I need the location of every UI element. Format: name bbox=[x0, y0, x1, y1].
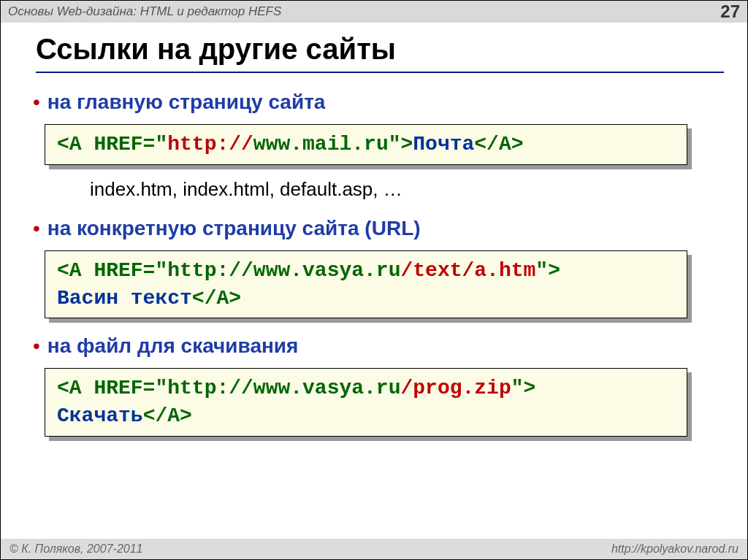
code-3-seg-0: <A HREF="http://www.vasya.ru bbox=[57, 377, 400, 399]
code-3: <A HREF="http://www.vasya.ru/prog.zip">С… bbox=[45, 368, 687, 437]
code-3-seg-3: Скачать bbox=[57, 404, 143, 427]
course-title: Основы Web-дизайна: HTML и редактор HEFS bbox=[8, 4, 281, 19]
footer: © К. Поляков, 2007-2011 http://kpolyakov… bbox=[1, 539, 747, 559]
code-2-seg-0: <A HREF="http://www.vasya.ru bbox=[57, 259, 400, 282]
code-1-seg-2: www.mail.ru"> bbox=[253, 133, 413, 156]
bullet-3-text: на файл для скачивания bbox=[47, 334, 299, 358]
note-1: index.htm, index.html, default.asp, … bbox=[90, 178, 715, 201]
footer-right: http://kpolyakov.narod.ru bbox=[611, 542, 739, 556]
code-2-seg-2: "> bbox=[535, 259, 560, 282]
bullet-dot-icon: • bbox=[33, 336, 40, 356]
code-2-seg-1: /text/a.htm bbox=[400, 259, 535, 282]
bullet-dot-icon: • bbox=[33, 92, 40, 112]
title-underline bbox=[36, 72, 724, 73]
content: • на главную страницу сайта <A HREF="htt… bbox=[1, 77, 747, 539]
bullet-1-text: на главную страницу сайта bbox=[47, 91, 326, 114]
code-1-seg-3: Почта bbox=[413, 133, 474, 156]
slide: Основы Web-дизайна: HTML и редактор HEFS… bbox=[0, 0, 748, 560]
code-1-seg-0: <A HREF=" bbox=[57, 133, 167, 156]
code-3-seg-4: </A> bbox=[143, 404, 192, 427]
code-1-seg-1: http:// bbox=[167, 133, 253, 156]
code-2-seg-3: Васин текст bbox=[57, 287, 192, 310]
topbar: Основы Web-дизайна: HTML и редактор HEFS… bbox=[1, 1, 747, 23]
bullet-2: • на конкретную страницу сайта (URL) bbox=[33, 217, 715, 240]
code-block-3: <A HREF="http://www.vasya.ru/prog.zip">С… bbox=[45, 368, 687, 437]
bullet-1: • на главную страницу сайта bbox=[33, 91, 715, 114]
title-block: Ссылки на другие сайты bbox=[1, 23, 747, 77]
code-1: <A HREF="http://www.mail.ru">Почта</A> bbox=[45, 124, 687, 165]
bullet-2-text: на конкретную страницу сайта (URL) bbox=[47, 217, 421, 240]
code-1-seg-4: </A> bbox=[474, 133, 523, 156]
page-number: 27 bbox=[720, 1, 740, 22]
bullet-dot-icon: • bbox=[33, 218, 40, 239]
code-3-seg-1: /prog.zip bbox=[400, 377, 511, 399]
slide-title: Ссылки на другие сайты bbox=[36, 33, 724, 66]
code-2-seg-4: </A> bbox=[192, 287, 241, 310]
code-3-seg-2: "> bbox=[511, 377, 536, 399]
code-block-1: <A HREF="http://www.mail.ru">Почта</A> bbox=[45, 124, 687, 165]
bullet-3: • на файл для скачивания bbox=[33, 334, 715, 358]
code-block-2: <A HREF="http://www.vasya.ru/text/a.htm"… bbox=[45, 250, 687, 319]
code-2: <A HREF="http://www.vasya.ru/text/a.htm"… bbox=[45, 250, 687, 319]
footer-left: © К. Поляков, 2007-2011 bbox=[9, 542, 142, 556]
